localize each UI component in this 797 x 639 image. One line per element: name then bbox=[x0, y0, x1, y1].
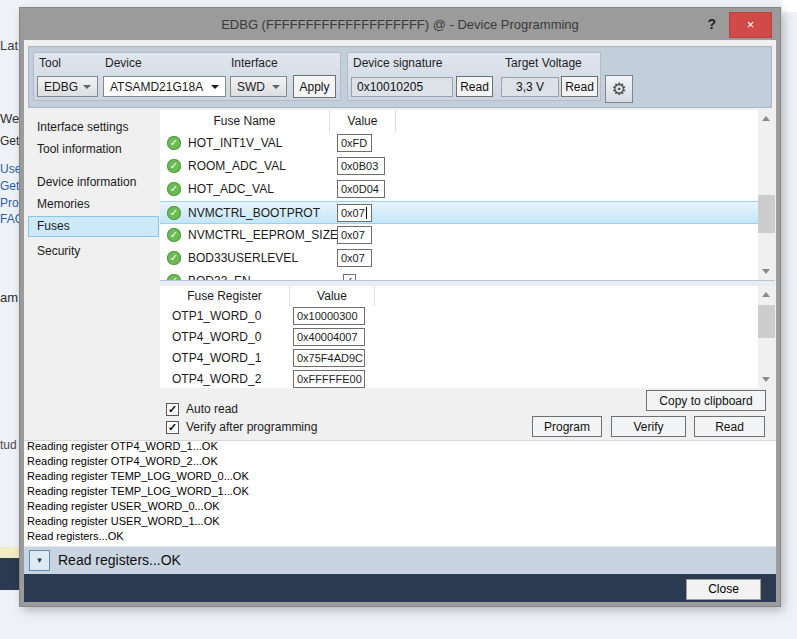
fuse-value-input[interactable]: 0x07 bbox=[337, 249, 372, 267]
scroll-down-icon[interactable] bbox=[758, 371, 775, 388]
fuse-row[interactable]: ✓HOT_INT1V_VAL0xFD bbox=[160, 132, 758, 155]
signature-read-button[interactable]: Read bbox=[456, 76, 493, 97]
device-combobox[interactable]: ATSAMD21G18A bbox=[103, 76, 226, 97]
background-yellow-strip bbox=[0, 547, 20, 558]
register-name-column-header[interactable]: Fuse Register bbox=[160, 286, 290, 306]
sidebar-item-tool-information[interactable]: Tool information bbox=[28, 139, 159, 160]
background-text: am bbox=[0, 290, 18, 305]
fuse-value-column-header[interactable]: Value bbox=[330, 110, 396, 132]
gear-icon: ⚙ bbox=[611, 80, 626, 99]
fuse-name: HOT_INT1V_VAL bbox=[188, 136, 282, 150]
voltage-read-button[interactable]: Read bbox=[561, 76, 598, 97]
scroll-up-icon[interactable] bbox=[758, 286, 775, 303]
scroll-up-icon[interactable] bbox=[758, 110, 775, 127]
device-label: Device bbox=[105, 56, 142, 70]
chevron-down-icon bbox=[272, 85, 280, 89]
background-text: Wel bbox=[0, 111, 22, 126]
fuse-value-input[interactable]: 0x0B03 bbox=[337, 157, 385, 175]
log-line: Reading register OTP4_WORD_1...OK bbox=[24, 440, 776, 454]
ok-status-icon: ✓ bbox=[167, 136, 181, 150]
register-name: OTP4_WORD_2 bbox=[172, 372, 261, 386]
tool-value: EDBG bbox=[44, 80, 78, 94]
device-signature-field[interactable]: 0x10010205 bbox=[351, 77, 453, 97]
register-value-input[interactable]: 0x75F4AD9C bbox=[293, 349, 365, 367]
check-icon: ✓ bbox=[168, 403, 177, 415]
check-icon: ✓ bbox=[168, 421, 177, 433]
fuse-row[interactable]: ✓ROOM_ADC_VAL0x0B03 bbox=[160, 155, 758, 178]
log-line: Reading register TEMP_LOG_WORD_0...OK bbox=[24, 469, 776, 484]
settings-gear-button[interactable]: ⚙ bbox=[605, 75, 633, 103]
ok-status-icon: ✓ bbox=[167, 182, 181, 196]
register-value-input[interactable]: 0x10000300 bbox=[293, 307, 365, 325]
help-icon[interactable]: ? bbox=[707, 16, 716, 32]
register-value-column-header[interactable]: Value bbox=[290, 286, 375, 306]
fuse-value-input[interactable]: 0x0D04 bbox=[337, 180, 385, 198]
sidebar-item-memories[interactable]: Memories bbox=[28, 194, 159, 215]
fuse-row[interactable]: ✓HOT_ADC_VAL0x0D04 bbox=[160, 178, 758, 201]
target-voltage-label: Target Voltage bbox=[505, 56, 582, 70]
sidebar: Interface settingsTool informationDevice… bbox=[28, 112, 159, 438]
register-row[interactable]: OTP1_WORD_00x10000300 bbox=[160, 306, 758, 327]
read-button[interactable]: Read bbox=[694, 416, 765, 437]
sidebar-item-security[interactable]: Security bbox=[28, 241, 159, 262]
status-bar: ▾ Read registers...OK bbox=[24, 546, 776, 574]
dialog-titlebar[interactable]: EDBG (FFFFFFFFFFFFFFFFFFFF) @ - Device P… bbox=[20, 8, 780, 40]
background-text: Lat bbox=[0, 38, 18, 53]
fuse-value-input[interactable]: 0x07 bbox=[337, 226, 372, 244]
copy-to-clipboard-button[interactable]: Copy to clipboard bbox=[646, 390, 766, 411]
apply-button[interactable]: Apply bbox=[293, 75, 336, 98]
verify-button[interactable]: Verify bbox=[611, 416, 686, 437]
dialog-title: EDBG (FFFFFFFFFFFFFFFFFFFF) @ - Device P… bbox=[20, 17, 780, 32]
fuse-row[interactable]: ✓BOD33_EN✓ bbox=[160, 270, 758, 280]
interface-combobox[interactable]: SWD bbox=[230, 76, 287, 97]
scroll-down-icon[interactable] bbox=[758, 263, 775, 280]
fuse-name-column-header[interactable]: Fuse Name bbox=[160, 110, 330, 132]
sidebar-item-fuses[interactable]: Fuses bbox=[28, 216, 159, 237]
chevron-down-icon bbox=[83, 85, 91, 89]
program-button[interactable]: Program bbox=[532, 416, 602, 437]
fuse-row[interactable]: ✓BOD33USERLEVEL0x07 bbox=[160, 247, 758, 270]
register-value-input[interactable]: 0xFFFFFE00 bbox=[293, 370, 365, 388]
auto-read-checkbox[interactable]: ✓ bbox=[166, 403, 179, 416]
sidebar-item-interface-settings[interactable]: Interface settings bbox=[28, 117, 159, 138]
target-voltage-field[interactable]: 3,3 V bbox=[501, 77, 559, 97]
scrollbar-thumb[interactable] bbox=[758, 195, 775, 233]
close-button[interactable]: Close bbox=[686, 579, 761, 600]
ok-status-icon: ✓ bbox=[167, 228, 181, 242]
ok-status-icon: ✓ bbox=[167, 206, 181, 220]
verify-after-programming-label: Verify after programming bbox=[186, 420, 317, 434]
log-output[interactable]: Reading register OTP4_WORD_1...OKReading… bbox=[24, 440, 776, 546]
fuse-value-input[interactable]: 0xFD bbox=[337, 134, 372, 152]
tool-device-interface-group: Tool EDBG Device ATSAMD21G18A Interface … bbox=[33, 52, 341, 101]
fuse-row[interactable]: ✓NVMCTRL_BOOTPROT0x07 bbox=[160, 201, 758, 224]
fuse-table-scrollbar[interactable] bbox=[758, 110, 775, 280]
fuse-value-input[interactable]: 0x07 bbox=[337, 204, 372, 222]
status-expander-button[interactable]: ▾ bbox=[29, 550, 50, 571]
device-value: ATSAMD21G18A bbox=[110, 80, 203, 94]
footer-bar: Close bbox=[24, 574, 776, 602]
fuse-register-table: Fuse Register Value OTP1_WORD_00x1000030… bbox=[160, 286, 775, 388]
scrollbar-thumb[interactable] bbox=[758, 305, 775, 338]
background-text: Get bbox=[0, 134, 19, 148]
dialog-content: Tool EDBG Device ATSAMD21G18A Interface … bbox=[24, 40, 776, 602]
device-programming-dialog: EDBG (FFFFFFFFFFFFFFFFFFFF) @ - Device P… bbox=[20, 8, 780, 606]
verify-after-programming-checkbox[interactable]: ✓ bbox=[166, 421, 179, 434]
interface-label: Interface bbox=[231, 56, 278, 70]
tool-combobox[interactable]: EDBG bbox=[37, 76, 98, 97]
register-name: OTP4_WORD_1 bbox=[172, 351, 261, 365]
fuse-row[interactable]: ✓NVMCTRL_EEPROM_SIZE0x07 bbox=[160, 224, 758, 247]
register-table-scrollbar[interactable] bbox=[758, 286, 775, 388]
ok-status-icon: ✓ bbox=[167, 159, 181, 173]
log-line: Reading register USER_WORD_1...OK bbox=[24, 514, 776, 529]
register-row[interactable]: OTP4_WORD_10x75F4AD9C bbox=[160, 348, 758, 369]
register-row[interactable]: OTP4_WORD_20xFFFFFE00 bbox=[160, 369, 758, 388]
fuse-name: NVMCTRL_EEPROM_SIZE bbox=[188, 228, 338, 242]
window-close-button[interactable]: × bbox=[729, 12, 772, 38]
register-value-input[interactable]: 0x40004007 bbox=[293, 328, 365, 346]
text-caret bbox=[366, 207, 367, 219]
chevron-down-icon bbox=[211, 85, 219, 89]
sidebar-item-device-information[interactable]: Device information bbox=[28, 172, 159, 193]
register-row[interactable]: OTP4_WORD_00x40004007 bbox=[160, 327, 758, 348]
background-white-box bbox=[782, 0, 797, 12]
device-signature-label: Device signature bbox=[353, 56, 442, 70]
